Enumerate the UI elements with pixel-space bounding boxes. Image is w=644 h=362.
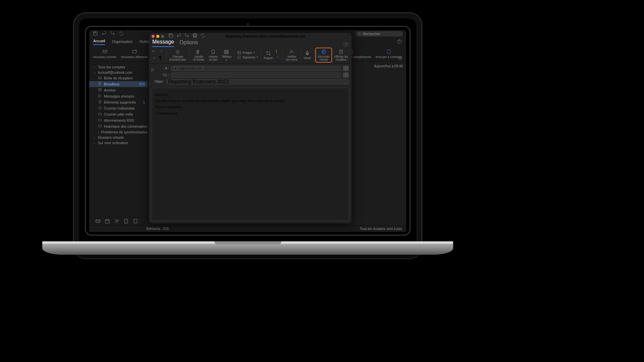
- tab-organisation[interactable]: Organisation: [112, 40, 132, 45]
- svg-rect-15: [99, 89, 101, 91]
- redo-icon[interactable]: [184, 33, 190, 40]
- sidebar-item[interactable]: Brouillons229: [89, 81, 148, 87]
- help-icon[interactable]: ?: [343, 42, 348, 47]
- camera-dot: [247, 23, 249, 25]
- search-input[interactable]: Rechercher: [356, 31, 403, 37]
- recipient-chip[interactable]: ● xy@lockself.com: [173, 66, 204, 70]
- chevron-icon: ›: [93, 65, 96, 69]
- tab-message[interactable]: Message: [152, 39, 174, 47]
- svg-rect-1: [94, 32, 96, 33]
- sidebar-item[interactable]: ›Sur mon ordinateur: [89, 140, 148, 145]
- undo-icon[interactable]: [176, 33, 181, 40]
- numbering-icon[interactable]: [152, 55, 156, 61]
- compose-fields: À : ● xy@lockself.com Cc : Objet :: [149, 64, 352, 86]
- svg-rect-23: [134, 219, 137, 223]
- sidebar-item[interactable]: Éléments supprimés1: [89, 99, 148, 105]
- mail-icon[interactable]: [95, 219, 101, 225]
- maximize-icon[interactable]: [161, 35, 164, 38]
- low-importance-icon[interactable]: [276, 55, 280, 61]
- sync-icon[interactable]: [200, 33, 206, 40]
- cc-label: Cc :: [156, 73, 169, 77]
- sidebar-item-label: Archive: [104, 88, 116, 92]
- secure-email-button[interactable]: Sécuriser l'email: [316, 48, 331, 62]
- insert-link-button[interactable]: Insérer un lien: [207, 49, 220, 62]
- send-button[interactable]: [151, 66, 155, 75]
- minimize-icon[interactable]: [156, 35, 159, 38]
- undo-icon[interactable]: [101, 31, 107, 37]
- compose-body[interactable]: Bonjour, Veuillez trouver ci joints les …: [152, 88, 349, 221]
- high-importance-icon[interactable]: !: [276, 49, 277, 54]
- close-icon[interactable]: [152, 35, 155, 38]
- sidebar-item[interactable]: ›Tous les comptes: [89, 64, 148, 70]
- sidebar-item-label: Dossiers virtuels: [98, 135, 124, 139]
- compose-qat: [166, 33, 206, 40]
- new-items-button[interactable]: Nouveaux éléments: [120, 48, 149, 59]
- people-icon[interactable]: [114, 219, 119, 225]
- subject-field[interactable]: Reporting financiers 2021: [166, 79, 349, 84]
- sidebar-item[interactable]: Messages envoyés: [89, 93, 148, 99]
- help-icon[interactable]: [397, 39, 402, 45]
- folder-icon: [98, 118, 102, 123]
- print-icon[interactable]: [192, 33, 198, 40]
- sidebar-item[interactable]: ⌄lockself@outlook.com: [89, 70, 148, 75]
- message-date: Aujourd'hui à 09:48: [374, 64, 403, 68]
- dictate-button[interactable]: Dicter: [303, 50, 312, 60]
- folder-icon: [98, 112, 102, 117]
- save-icon[interactable]: [168, 33, 173, 40]
- calendar-icon[interactable]: [105, 219, 110, 225]
- sidebar-item-label: Courrier pêle-mêle: [104, 112, 133, 116]
- address-book-icon[interactable]: [343, 66, 349, 71]
- sidebar-item[interactable]: Courrier pêle-mêle: [89, 111, 148, 117]
- tab-outils[interactable]: Outils: [140, 40, 149, 45]
- svg-point-29: [153, 51, 153, 51]
- sidebar-item-count: 1: [143, 100, 145, 104]
- body-line: Veuillez trouver ci joints les documents…: [155, 98, 345, 104]
- screen: Rechercher Accueil Organisation Outils N…: [86, 27, 410, 235]
- save-icon[interactable]: [93, 31, 98, 37]
- chevron-icon: ⌄: [93, 70, 96, 74]
- attach-file-button[interactable]: Joindre un fichier: [192, 49, 206, 62]
- tab-accueil[interactable]: Accueil: [93, 39, 105, 45]
- sidebar-item-label: Brouillons: [104, 82, 119, 86]
- table-button[interactable]: Tableau▾: [221, 49, 232, 61]
- sidebar-item[interactable]: Historique des conversations: [89, 123, 148, 129]
- outdent-icon[interactable]: [159, 49, 164, 55]
- priority-stack: !: [275, 49, 280, 61]
- list-buttons: [151, 49, 157, 61]
- signature-button[interactable]: Signature▾: [237, 55, 258, 59]
- sync-icon[interactable]: [119, 31, 124, 37]
- new-mail-button[interactable]: Nouveau courrier: [92, 48, 118, 59]
- show-templates-button[interactable]: Afficher les modèles: [333, 49, 350, 62]
- tab-options[interactable]: Options: [179, 40, 198, 47]
- address-book-icon[interactable]: [343, 72, 349, 78]
- sidebar-item[interactable]: Abonnements RSS: [89, 117, 148, 123]
- spam-icon: [98, 106, 102, 111]
- body-line: Bonne réception.: [155, 104, 345, 110]
- gear-icon[interactable]: [397, 56, 403, 62]
- insert-stack: Images▾ Signature▾: [236, 51, 259, 59]
- sidebar-item[interactable]: Courrier indésirable: [89, 105, 148, 111]
- compose-tabs: Message Options: [149, 40, 352, 47]
- sidebar-item[interactable]: ›Problèmes de synchronisation: [89, 129, 148, 135]
- svg-point-17: [399, 58, 401, 59]
- sidebar-item[interactable]: Boîte de réception: [89, 75, 148, 81]
- chevron-icon: ›: [93, 141, 96, 145]
- status-bar: Éléments : 229 Tous les dossiers sont à …: [89, 225, 406, 232]
- crop-button[interactable]: Rogner: [263, 50, 274, 60]
- images-button[interactable]: Images▾: [237, 51, 255, 55]
- bullets-icon[interactable]: [152, 49, 156, 55]
- pilcrow-icon[interactable]: ¶: [159, 55, 162, 61]
- cc-field[interactable]: [171, 72, 341, 78]
- compose-title: Reporting financiers 2021 • lockself@out…: [208, 35, 323, 38]
- to-field[interactable]: ● xy@lockself.com: [171, 66, 341, 71]
- sidebar-item[interactable]: Archive: [89, 87, 148, 93]
- redo-icon[interactable]: [110, 31, 115, 37]
- notes-icon[interactable]: [133, 219, 138, 225]
- background-button[interactable]: Changer d'arrière-plan: [169, 49, 187, 62]
- sidebar-item[interactable]: ›Dossiers virtuels: [89, 135, 148, 140]
- tasks-icon[interactable]: [123, 219, 129, 225]
- svg-point-2: [359, 33, 360, 35]
- to-label: À :: [156, 66, 169, 70]
- sidebar-item-label: Problèmes de synchronisation: [101, 130, 148, 134]
- check-names-button[interactable]: Vérifier les noms: [284, 49, 299, 62]
